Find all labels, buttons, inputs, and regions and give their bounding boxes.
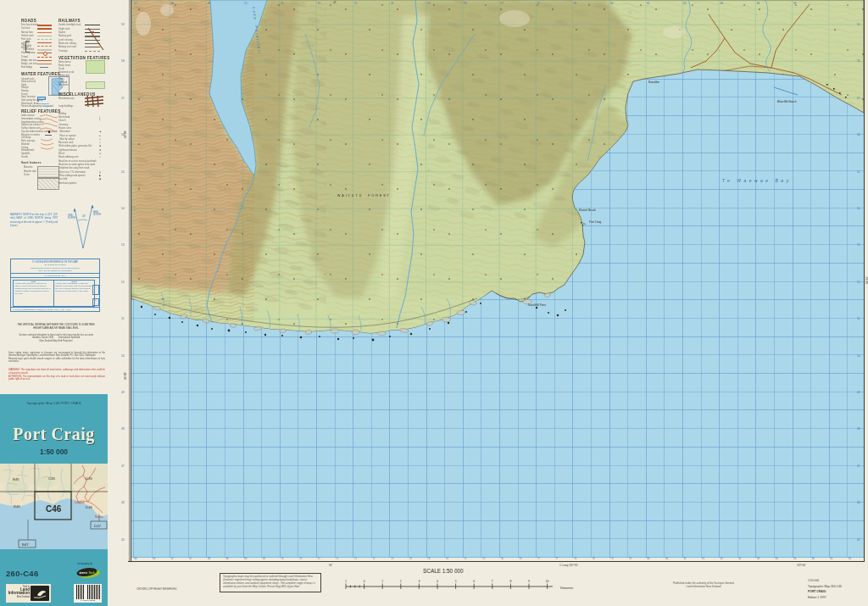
svg-text:terra: terra — [80, 570, 88, 575]
svg-text:0: 0 — [364, 580, 365, 583]
svg-text:C46: C46 — [46, 504, 62, 514]
svg-text:NORTH: NORTH — [93, 213, 101, 216]
svg-text:1: 1 — [381, 580, 383, 583]
svg-text:D47: D47 — [94, 524, 102, 528]
svg-text:2: 2 — [400, 580, 402, 583]
svg-text:Kilometres: Kilometres — [560, 587, 573, 590]
svg-text:1: 1 — [345, 580, 347, 583]
svg-text:MAG: MAG — [93, 210, 98, 214]
svg-text:NORTH: NORTH — [68, 216, 75, 220]
svg-text:3: 3 — [418, 580, 420, 583]
svg-text:D46: D46 — [86, 505, 93, 509]
svg-text:Riverton: Riverton — [95, 515, 103, 519]
svg-text:C45: C45 — [48, 476, 56, 481]
svg-text:6: 6 — [473, 580, 475, 583]
svg-text:10: 10 — [546, 580, 549, 583]
svg-text:D45: D45 — [86, 476, 93, 481]
svg-text:link: link — [89, 570, 96, 575]
svg-text:Tuatapere: Tuatapere — [75, 501, 85, 504]
svg-text:7: 7 — [492, 580, 493, 583]
svg-text:B45: B45 — [13, 477, 19, 481]
svg-text:5: 5 — [455, 580, 457, 583]
svg-text:B47: B47 — [22, 542, 29, 547]
svg-text:24°: 24° — [82, 214, 86, 218]
svg-text:B46: B46 — [14, 504, 20, 509]
svg-text:8: 8 — [509, 580, 511, 583]
svg-text:4: 4 — [437, 580, 438, 583]
svg-text:GRID: GRID — [68, 214, 74, 217]
svg-text:9: 9 — [528, 580, 530, 583]
